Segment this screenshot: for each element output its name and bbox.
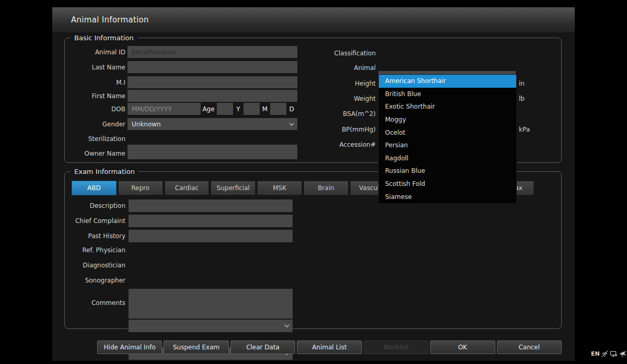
hide-animal-info-button[interactable]: Hide Animal Info xyxy=(97,340,162,354)
dropdown-option-ragdoll[interactable]: Ragdoll xyxy=(379,152,516,165)
age-label: Age xyxy=(201,103,216,115)
animal-id-label: Animal ID xyxy=(47,46,125,58)
owner-name-label: Owner Name xyxy=(47,147,125,159)
notification-icon xyxy=(619,350,627,358)
dob-placeholder: MM/DD/YYYY xyxy=(127,105,176,113)
tab-brain[interactable]: Brain xyxy=(304,181,349,195)
mi-label: M.I xyxy=(47,76,125,88)
dob-input[interactable]: MM/DD/YYYY xyxy=(127,103,201,115)
age-months-unit: M xyxy=(261,103,269,115)
dropdown-option-moggy[interactable]: Moggy xyxy=(379,113,516,126)
chevron-down-icon xyxy=(289,123,294,126)
weight-label: Weight xyxy=(298,92,376,104)
suspend-exam-button[interactable]: Suspend Exam xyxy=(164,340,228,354)
cancel-button[interactable]: Cancel xyxy=(497,340,562,354)
dropdown-option-persian[interactable]: Persian xyxy=(379,139,516,152)
classification-label: Classification xyxy=(298,47,376,59)
chief-complaint-label: Chief Complaint xyxy=(47,215,125,227)
language-indicator: EN xyxy=(591,350,600,358)
tab-superficial[interactable]: Superficial xyxy=(211,181,256,195)
height-unit: in xyxy=(519,77,525,89)
footer-buttons: Hide Animal InfoSuspend ExamClear DataAn… xyxy=(97,340,562,354)
diagnostician-select[interactable] xyxy=(129,320,293,332)
gender-value: Unknown xyxy=(127,121,165,128)
comments-label: Comments xyxy=(47,297,125,309)
ref-physician-label: Ref. Physician xyxy=(47,244,125,256)
animal-label: Animal xyxy=(298,62,376,74)
dialog-title: Animal Information xyxy=(52,7,575,32)
bsa-label: BSA(m^2) xyxy=(298,108,376,120)
animal-dropdown-list: American ShorthairBritish BlueExotic Sho… xyxy=(378,74,517,204)
tab-msk[interactable]: MSK xyxy=(257,181,302,195)
comments-textarea[interactable] xyxy=(129,289,293,319)
worklist-button: Worklist xyxy=(364,340,428,354)
owner-name-input[interactable] xyxy=(127,147,297,159)
clear-data-button[interactable]: Clear Data xyxy=(230,340,295,354)
animal-list-button[interactable]: Animal List xyxy=(297,340,362,354)
first-name-label: First Name xyxy=(47,90,125,102)
tab-abd[interactable]: ABD xyxy=(72,181,117,195)
past-history-label: Past History xyxy=(47,230,125,242)
ok-button[interactable]: OK xyxy=(430,340,495,354)
dialog-titlebar: Animal Information xyxy=(52,7,575,32)
tab-repro[interactable]: Repro xyxy=(118,181,163,195)
dropdown-option-siamese[interactable]: Siamese xyxy=(379,190,516,203)
age-months-input[interactable] xyxy=(243,103,260,115)
mi-input[interactable] xyxy=(127,76,297,88)
past-history-input[interactable] xyxy=(129,230,293,242)
animal-id-input[interactable]: jietuzhunahsu xyxy=(127,46,297,58)
basic-information-legend: Basic Information xyxy=(71,34,137,42)
dropdown-option-scottish-fold[interactable]: Scottish Fold xyxy=(379,178,516,191)
age-days-input[interactable] xyxy=(270,103,286,115)
exam-information-legend: Exam Information xyxy=(71,168,138,175)
weight-unit: lb xyxy=(519,92,525,104)
bp-unit: kPa xyxy=(519,123,530,135)
chevron-down-icon xyxy=(284,324,289,327)
age-years-input[interactable] xyxy=(217,103,233,115)
age-days-unit: D xyxy=(287,103,296,115)
bp-label: BP(mmHg) xyxy=(298,123,376,135)
dropdown-option-exotic-shorthair[interactable]: Exotic Shorthair xyxy=(379,100,516,113)
animal-id-value: jietuzhunahsu xyxy=(127,49,180,56)
sterilization-label: Sterilization xyxy=(47,133,125,145)
gender-label: Gender xyxy=(47,118,125,130)
accession-label: Accession# xyxy=(298,138,376,150)
screen-disconnected-icon xyxy=(610,350,618,358)
dropdown-option-british-blue[interactable]: British Blue xyxy=(379,88,516,101)
age-years-unit: Y xyxy=(234,103,242,115)
diagnostician-label: Diagnostician xyxy=(47,259,125,272)
dropdown-option-russian-blue[interactable]: Russian Blue xyxy=(379,165,516,178)
last-name-input[interactable] xyxy=(127,61,297,73)
network-disconnected-icon xyxy=(601,350,609,358)
chief-complaint-input[interactable] xyxy=(129,215,293,227)
description-label: Description xyxy=(47,199,125,212)
dropdown-option-american-shorthair[interactable]: American Shorthair xyxy=(379,75,516,88)
height-label: Height xyxy=(298,77,376,89)
last-name-label: Last Name xyxy=(47,61,125,73)
dropdown-option-ocelot[interactable]: Ocelot xyxy=(379,126,516,139)
tab-cardiac[interactable]: Cardiac xyxy=(165,181,210,195)
dob-label: DOB xyxy=(47,103,125,115)
sonographer-label: Sonographer xyxy=(47,274,125,287)
first-name-input[interactable] xyxy=(127,90,297,102)
screen: Animal Information Basic Information Ani… xyxy=(0,0,627,364)
description-input[interactable] xyxy=(129,199,293,212)
gender-select[interactable]: Unknown xyxy=(127,118,297,130)
